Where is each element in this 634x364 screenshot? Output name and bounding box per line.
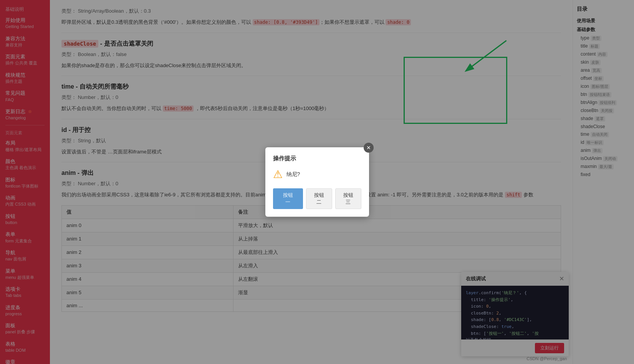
modal-message: 纳尼?	[286, 171, 300, 178]
modal-title: 操作提示	[273, 155, 361, 162]
modal-btn-1[interactable]: 按钮一	[273, 188, 303, 209]
modal-overlay[interactable]: ✕ 操作提示 ⚠ 纳尼? 按钮一 按钮二 按钮三	[0, 0, 634, 364]
modal-body: ⚠ 纳尼?	[273, 168, 361, 181]
modal-close-button[interactable]: ✕	[364, 143, 374, 153]
modal-box: ✕ 操作提示 ⚠ 纳尼? 按钮一 按钮二 按钮三	[265, 147, 369, 217]
modal-btn-3[interactable]: 按钮三	[335, 188, 361, 209]
modal-btn-2[interactable]: 按钮二	[306, 188, 332, 209]
modal-warning-icon: ⚠	[273, 168, 283, 181]
modal-buttons: 按钮一 按钮二 按钮三	[273, 188, 361, 209]
